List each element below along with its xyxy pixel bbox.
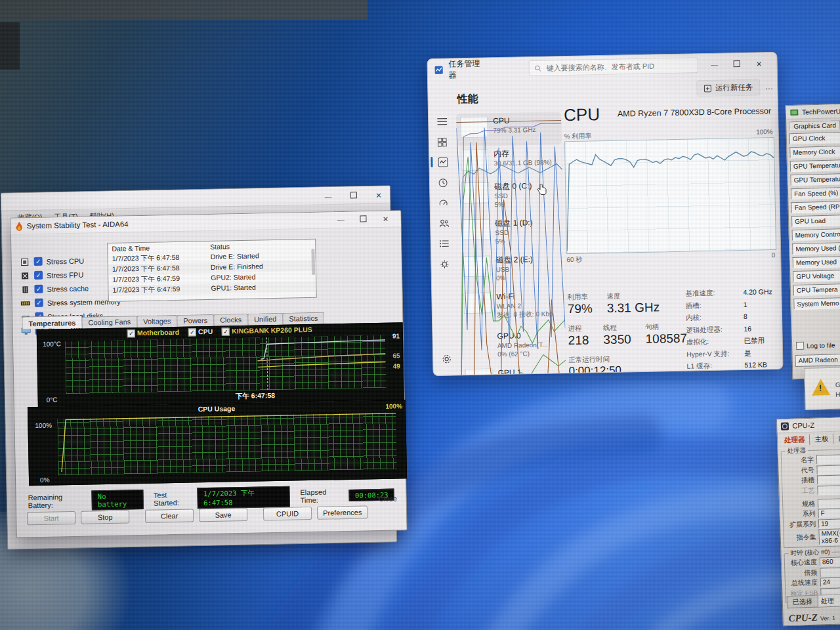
close-icon[interactable]: ✕ [374,211,396,226]
y-axis-max: 100°C [43,340,61,348]
checkbox-unchecked[interactable] [796,342,804,350]
page-title: 性能 [457,93,478,107]
cpuz-tabs: 处理器 主板 内存 [778,430,840,446]
sensor-row[interactable]: Memory Clock [789,144,840,158]
close-button[interactable]: Close [378,495,396,503]
checkbox-checked[interactable]: ✓ [35,299,43,307]
tab-powers[interactable]: Powers [177,314,214,327]
sensor-row[interactable]: GPU Temperatu [790,158,840,172]
log-to-file-label: Log to file [807,341,835,349]
checkbox-checked[interactable]: ✓ [222,327,230,335]
device-dropdown[interactable]: AMD Radeon [795,352,840,368]
legend-motherboard[interactable]: ✓Motherboard [127,328,179,338]
stress-option-label: Stress cache [47,284,89,293]
stress-log-panel[interactable]: Date & Time Status 1/7/2023 下午 6:47:58Dr… [107,239,317,302]
sensor-row[interactable]: System Memo [793,296,840,310]
tab-unified[interactable]: Unified [247,313,284,326]
stress-cache-row[interactable]: ✓Stress cache [20,281,120,297]
cpuid-button[interactable]: CPUID [263,507,312,520]
nav-processes-icon[interactable] [429,131,456,152]
selection-bar[interactable]: 已选择 处理 [787,593,840,608]
sensor-row[interactable]: Fan Speed (RP [791,200,840,213]
gpuz-titlebar[interactable]: TechPowerUp [786,103,840,119]
sensor-row[interactable]: GPU Voltage [793,268,840,282]
preferences-button[interactable]: Preferences [317,505,368,519]
sensor-row[interactable]: CPU Tempera [793,282,840,296]
legend-cpu[interactable]: ✓CPU [188,327,213,337]
processor-group: 处理器 名字 代号 插槽 工艺 规格 系列F 扩展系列19 指令集 MMX(+x… [781,448,840,548]
warning-text: GI He [835,379,840,399]
more-menu-icon[interactable]: … [765,81,773,91]
legend-memory[interactable]: ✓KINGBANK KP260 PLUS [222,326,312,336]
checkbox-checked[interactable]: ✓ [127,329,135,337]
maximize-icon[interactable] [342,188,364,203]
sensor-row[interactable]: GPU Clock [789,131,840,144]
stress-option-label: Stress FPU [47,270,83,279]
search-input[interactable] [545,60,692,72]
nav-startup-icon[interactable] [430,192,457,213]
stop-button[interactable]: Stop [81,510,129,524]
checkbox-checked[interactable]: ✓ [34,271,43,280]
sensor-row[interactable]: Memory Used [793,255,840,268]
test-started-label: Test Started: [154,491,192,507]
warning-icon [812,379,831,396]
start-button[interactable]: Start [27,511,75,525]
settings-gear-icon[interactable] [433,354,459,364]
tab-mainboard[interactable]: 主板 [810,434,833,445]
cpuz-window: CPU-Z 处理器 主板 内存 处理器 名字 代号 插槽 工艺 规格 系列F 扩… [776,416,840,627]
sensor-row[interactable]: GPU Temperatu [790,172,840,186]
hamburger-menu-icon[interactable] [429,111,455,132]
tab-temperatures[interactable]: Temperatures [22,316,82,329]
close-icon[interactable]: ✕ [368,188,390,203]
field-technology [817,484,840,495]
gpuz-window: TechPowerUp Graphics Card Se GPU Clock M… [786,102,840,379]
stress-cpu-row[interactable]: ✓Stress CPU [19,253,119,269]
sensor-row[interactable]: GPU Load [791,213,840,227]
nav-performance-icon[interactable] [429,152,456,173]
wallpaper-dark-patch [0,22,20,70]
selection-dropdown[interactable]: 处理 [818,594,840,607]
nav-history-icon[interactable] [430,172,457,193]
checkbox-checked[interactable]: ✓ [34,257,43,266]
cpuz-titlebar[interactable]: CPU-Z [777,417,840,434]
elapsed-label: Elapsed Time: [300,488,344,504]
tab-clocks[interactable]: Clocks [213,314,248,327]
field-package [817,474,840,485]
save-button[interactable]: Save [199,508,247,522]
mouse-cursor [537,184,547,200]
maximize-icon[interactable] [352,212,374,227]
speed-value: 3.31 GHz [607,300,660,316]
field-ext-family: 19 [818,517,840,528]
minimize-icon[interactable]: — [317,189,339,204]
cpu-icon [20,258,30,266]
search-box[interactable] [528,57,698,76]
cpu-stats-right: 基准速度:4.20 GHz 插槽:1 内核:8 逻辑处理器:16 虚拟化:已禁用… [685,287,778,376]
temperature-chart: ✓Motherboard ✓CPU ✓KINGBANK KP260 PLUS 1… [37,322,404,407]
tab-graphics-card[interactable]: Graphics Card [789,120,840,131]
scrollbar[interactable] [311,249,315,275]
minimize-icon[interactable]: — [703,57,725,72]
screen: { "desktop": {"icon_label": "xls"}, "tas… [0,0,840,630]
sensor-row[interactable]: Memory Used ( [792,241,840,255]
series-end-value: 91 [392,332,400,339]
sensor-row[interactable]: Memory Contro [792,227,840,241]
minimize-icon[interactable]: — [329,213,352,228]
nav-details-icon[interactable] [431,233,458,254]
nav-users-icon[interactable] [430,213,457,234]
sensor-row[interactable]: Fan Speed (%) [791,186,840,200]
checkbox-checked[interactable]: ✓ [34,285,43,293]
maximize-icon[interactable] [725,57,747,72]
stress-fpu-row[interactable]: ✓Stress FPU [20,267,120,283]
tab-memory[interactable]: 内存 [834,433,840,444]
close-icon[interactable]: ✕ [747,56,770,72]
wallpaper-dark-band [0,0,368,20]
log-to-file-option[interactable]: Log to file [796,341,835,350]
field-codename [816,463,840,474]
checkbox-checked[interactable]: ✓ [188,328,196,336]
run-new-task-button[interactable]: 运行新任务 [696,79,761,96]
tab-processor[interactable]: 处理器 [780,434,810,446]
clear-button[interactable]: Clear [145,509,194,522]
series-end-value: 65 [392,352,400,359]
stress-memory-row[interactable]: ✓Stress system memory [20,295,121,310]
nav-services-icon[interactable] [431,253,458,274]
